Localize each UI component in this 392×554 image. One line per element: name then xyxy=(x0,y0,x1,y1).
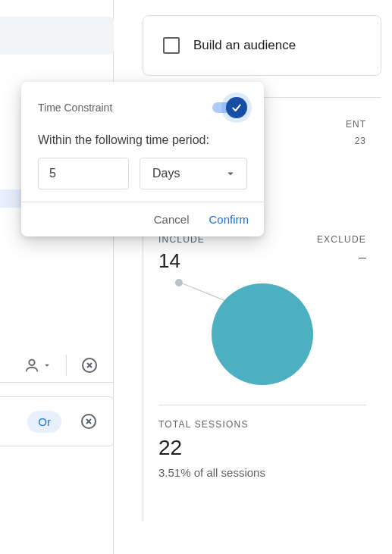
include-pie-chart xyxy=(158,276,366,405)
condition-controls: Or xyxy=(0,348,114,446)
remove-or-button[interactable] xyxy=(80,412,98,430)
left-selected-row xyxy=(0,17,114,55)
separator xyxy=(66,355,67,376)
dialog-title: Time Constraint xyxy=(38,102,112,114)
confirm-button[interactable]: Confirm xyxy=(209,213,249,226)
close-circle-icon xyxy=(80,356,99,374)
sessions-block: TOTAL SESSIONS 22 3.51% of all sessions xyxy=(158,419,366,479)
svg-point-0 xyxy=(29,359,34,365)
include-block: INCLUDE 14 xyxy=(158,234,205,273)
scope-picker[interactable] xyxy=(24,357,52,374)
include-value: 14 xyxy=(158,249,205,273)
person-icon xyxy=(24,357,40,374)
toggle-knob xyxy=(226,97,247,118)
build-audience-label: Build an audience xyxy=(193,38,296,53)
or-condition-box: Or xyxy=(0,396,114,446)
duration-value-input[interactable] xyxy=(38,158,129,189)
exclude-label: EXCLUDE xyxy=(317,234,366,245)
summary-header-date: 23 xyxy=(355,136,366,146)
close-circle-icon xyxy=(80,412,98,430)
duration-unit-select[interactable]: Days xyxy=(140,158,247,189)
chevron-down-icon xyxy=(224,167,237,180)
scope-row xyxy=(0,348,114,383)
dialog-subtitle: Within the following time period: xyxy=(38,133,247,147)
or-button[interactable]: Or xyxy=(27,411,61,433)
exclude-block: EXCLUDE – xyxy=(317,234,366,273)
remove-condition-button[interactable] xyxy=(80,356,99,374)
check-icon xyxy=(230,102,243,114)
summary-header-label: ENT xyxy=(346,119,366,130)
divider xyxy=(158,405,366,405)
time-constraint-toggle[interactable] xyxy=(212,97,247,118)
chart-callout-line xyxy=(180,282,227,302)
exclude-value: – xyxy=(317,249,366,265)
sessions-percent: 3.51% of all sessions xyxy=(158,466,366,479)
cancel-button[interactable]: Cancel xyxy=(154,213,190,226)
chevron-down-icon xyxy=(42,360,52,371)
build-audience-card[interactable]: Build an audience xyxy=(143,15,381,76)
left-highlight-chip xyxy=(0,189,23,208)
build-audience-checkbox[interactable] xyxy=(163,37,180,54)
time-constraint-dialog: Time Constraint Within the following tim… xyxy=(21,82,264,236)
sessions-value: 22 xyxy=(158,436,366,460)
pie-slice-include xyxy=(212,283,313,385)
duration-unit-selected: Days xyxy=(152,167,180,180)
sessions-label: TOTAL SESSIONS xyxy=(158,419,366,430)
